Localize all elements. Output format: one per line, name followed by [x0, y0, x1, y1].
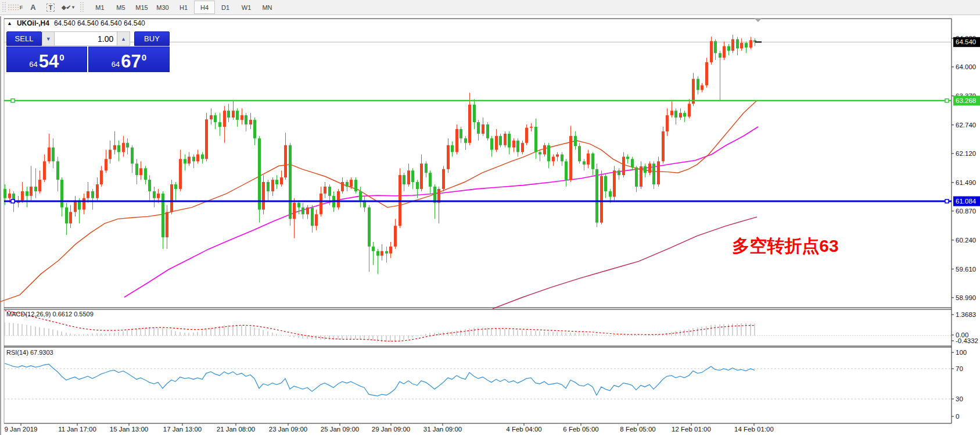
timeframe-w1[interactable]: W1 [236, 1, 257, 14]
fibonacci-lines-icon[interactable]: ···············F [8, 1, 23, 13]
candle-body [214, 115, 217, 122]
timeframe-d1[interactable]: D1 [215, 1, 236, 14]
timeframe-h4[interactable]: H4 [194, 1, 215, 14]
candle-body [153, 191, 156, 198]
candle-body [376, 251, 379, 256]
price-tick-label: 61.490 [956, 179, 976, 186]
candle-body [420, 163, 423, 189]
candle-body [166, 212, 168, 238]
candle-body [512, 141, 515, 148]
candle-body [670, 110, 673, 115]
candle-body [161, 194, 164, 237]
scale-tick-label: 100 [956, 349, 967, 356]
annotation-text[interactable]: 多空转折点63 [732, 236, 838, 255]
timeframe-mn[interactable]: MN [257, 1, 278, 14]
time-tick-label: 23 Jan 09:00 [269, 426, 308, 433]
scale-tick-label: 1.3683 [956, 311, 976, 318]
candle-body [113, 145, 116, 150]
candle-body [451, 145, 454, 152]
candle-body [705, 62, 708, 85]
macd-label: MACD(12,26,9) 0.6612 0.5509 [6, 311, 94, 318]
volume-input[interactable] [55, 31, 117, 46]
candle-body [30, 187, 33, 196]
candle-body [192, 157, 195, 162]
volume-decrease-button[interactable]: ▼ [42, 31, 55, 46]
one-click-trading-panel: SELL ▼ ▲ BUY 64 54 0 64 67 0 [6, 31, 170, 72]
candle-body [38, 180, 41, 191]
time-tick-label: 4 Feb 04:00 [506, 426, 541, 433]
timeframe-m15[interactable]: M15 [131, 1, 152, 14]
candle-body [565, 161, 568, 180]
candle-body [275, 180, 278, 184]
candle-body [324, 187, 326, 194]
timeframe-m5[interactable]: M5 [110, 1, 131, 14]
candle-body [157, 194, 160, 198]
buy-button[interactable]: BUY [134, 31, 170, 46]
candle-body [346, 182, 349, 187]
chart-background [0, 15, 980, 435]
arrow-objects-icon[interactable]: ◆✔▾ [60, 1, 76, 13]
rsi-label: RSI(14) 67.9303 [6, 349, 53, 356]
candle-body [626, 157, 629, 159]
candle-body [122, 143, 125, 152]
candle-body [425, 163, 428, 173]
time-tick-label: 25 Jan 09:00 [321, 426, 360, 433]
candle-body [547, 145, 550, 162]
sell-button[interactable]: SELL [6, 31, 42, 46]
price-tick-label: 62.740 [956, 122, 976, 129]
candle-body [407, 170, 410, 184]
pivot-line-blue-anchor[interactable] [945, 199, 949, 203]
candle-body [26, 191, 28, 196]
candle-body [583, 161, 586, 165]
candle-body [148, 180, 151, 191]
candle-body [710, 41, 713, 62]
candle-body [490, 138, 493, 150]
candle-body [486, 124, 489, 138]
candle-body [604, 176, 607, 191]
candle-body [455, 129, 458, 152]
price-tick-label: 64.000 [956, 63, 976, 70]
candle-body [613, 170, 616, 197]
candle-body [578, 146, 581, 161]
timeframe-h1[interactable]: H1 [173, 1, 194, 14]
sell-price-display[interactable]: 64 54 0 [6, 47, 87, 72]
timeframe-m30[interactable]: M30 [152, 1, 173, 14]
buy-price-display[interactable]: 64 67 0 [88, 47, 170, 72]
buy-price-point: 0 [142, 52, 146, 62]
candle-body [403, 175, 405, 184]
candle-body [144, 168, 147, 180]
toolbar-grip[interactable] [2, 2, 6, 13]
toolbar-grip-2[interactable] [80, 2, 84, 13]
text-box-icon[interactable]: T [43, 1, 58, 13]
candle-body [504, 134, 507, 145]
candle-body [473, 105, 476, 122]
timeframe-m1[interactable]: M1 [89, 1, 110, 14]
text-label-icon[interactable]: A [26, 1, 41, 13]
candle-body [91, 191, 94, 198]
support-line-green-anchor[interactable] [11, 99, 15, 102]
pivot-line-blue-anchor[interactable] [11, 199, 15, 203]
candle-body [126, 143, 129, 148]
collapse-quote-icon[interactable]: ▲ [7, 20, 12, 26]
candle-body [652, 163, 655, 184]
sell-price-point: 0 [59, 52, 64, 62]
time-tick-label: 21 Jan 08:00 [217, 426, 256, 433]
timeframe-group: M1M5M15M30H1H4D1W1MN [89, 0, 278, 15]
volume-increase-button[interactable]: ▲ [117, 31, 130, 46]
scale-tick-label: -0.4332 [956, 337, 978, 344]
support-line-green-anchor[interactable] [945, 99, 949, 102]
time-tick-label: 11 Jan 17:00 [58, 426, 96, 433]
candle-body [311, 208, 314, 226]
price-tick-label: 60.240 [956, 237, 976, 244]
mt4-chart-window: { "toolbar":{ "icons":[ {"name":"fibonac… [0, 0, 980, 435]
candle-body [65, 208, 68, 224]
candle-body [429, 173, 432, 187]
candle-body [749, 40, 752, 48]
candle-body [516, 141, 519, 152]
candle-body [135, 163, 138, 175]
candle-body [21, 191, 24, 201]
candle-body [105, 159, 107, 170]
candle-body [508, 134, 511, 148]
candle-body [657, 161, 660, 184]
candle-body [530, 127, 533, 128]
